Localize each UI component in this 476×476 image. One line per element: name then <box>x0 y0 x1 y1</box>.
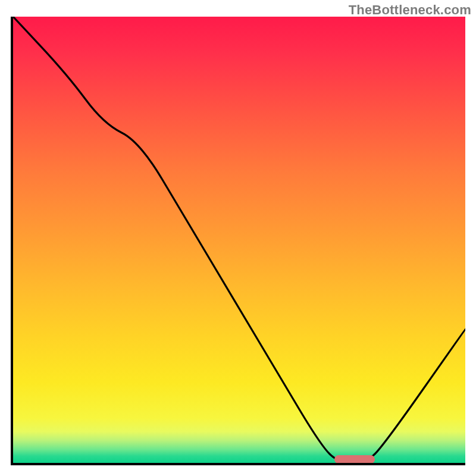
chart-frame: TheBottleneck.com <box>0 0 476 476</box>
bottleneck-marker <box>334 455 375 464</box>
watermark-text: TheBottleneck.com <box>349 2 471 18</box>
plot-area <box>11 17 465 465</box>
bottleneck-curve <box>13 17 465 463</box>
